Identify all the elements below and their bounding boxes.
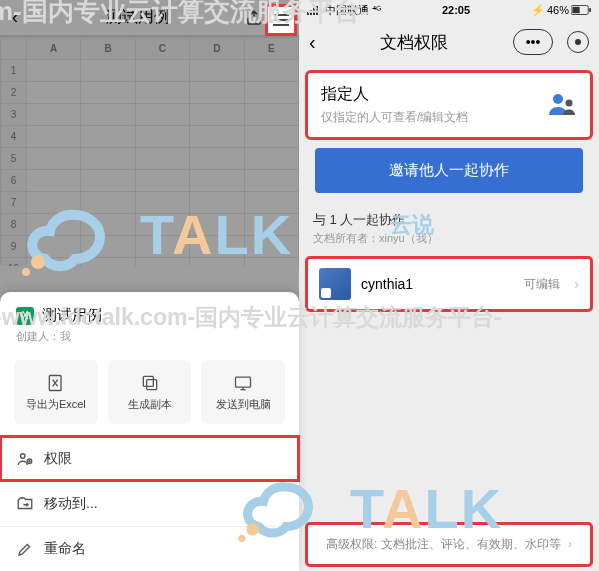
back-icon[interactable]: ‹ — [309, 31, 316, 54]
svg-point-9 — [21, 454, 26, 459]
move-row[interactable]: 移动到... — [0, 481, 299, 526]
more-button[interactable]: ••• — [513, 29, 553, 55]
advanced-label: 高级权限: 文档批注、评论、有效期、水印等 — [326, 537, 561, 551]
action-sheet: X 测试用例 创建人：我 导出为Excel 生成副本 — [0, 292, 299, 571]
panel-subtitle: 创建人：我 — [16, 329, 283, 344]
specified-title: 指定人 — [321, 84, 577, 105]
nav-title: 文档权限 — [316, 31, 513, 54]
sheet-header: ‹ 测试用例 — [0, 0, 299, 36]
chevron-right-icon: › — [568, 537, 572, 551]
invite-button[interactable]: 邀请他人一起协作 — [315, 148, 583, 193]
avatar — [319, 268, 351, 300]
svg-rect-6 — [236, 377, 251, 387]
invite-label: 邀请他人一起协作 — [389, 161, 509, 178]
spreadsheet-grid[interactable]: ABCDE 1 2 3 4 5 6 7 8 9 10 11 12 — [0, 36, 299, 266]
status-bar: 中国联通 ⁴ᴳ 22:05 ⚡ 46% — [299, 0, 599, 20]
permission-icon — [16, 450, 34, 468]
chevron-right-icon: › — [574, 276, 579, 292]
share-icon[interactable] — [245, 9, 263, 27]
excel-icon: X — [16, 307, 34, 325]
menu-icon — [272, 12, 290, 28]
move-label: 移动到... — [44, 495, 98, 513]
collab-section-header: 与 1 人一起协作 文档所有者：xinyu（我） — [299, 203, 599, 254]
rename-label: 重命名 — [44, 540, 86, 558]
nav-bar: ‹ 文档权限 ••• — [299, 20, 599, 64]
signal-icon — [307, 5, 321, 15]
menu-button-highlight[interactable] — [267, 6, 295, 34]
network-label: ⁴ᴳ — [372, 4, 381, 17]
back-icon[interactable]: ‹ — [0, 7, 30, 28]
time-label: 22:05 — [381, 4, 531, 16]
svg-rect-16 — [572, 7, 579, 13]
copy-icon — [140, 373, 160, 393]
target-button[interactable] — [567, 31, 589, 53]
sheet-title: 测试用例 — [30, 7, 245, 28]
monitor-icon — [233, 373, 253, 393]
specified-people-card[interactable]: 指定人 仅指定的人可查看/编辑文档 — [307, 72, 591, 138]
export-excel-button[interactable]: 导出为Excel — [14, 360, 98, 424]
specified-subtitle: 仅指定的人可查看/编辑文档 — [321, 109, 577, 126]
permission-row[interactable]: 权限 — [0, 436, 299, 481]
collab-count: 与 1 人一起协作 — [313, 211, 585, 229]
svg-point-18 — [553, 94, 563, 104]
battery-icon — [571, 5, 591, 15]
owner-label: 文档所有者：xinyu（我） — [313, 231, 585, 246]
svg-rect-12 — [310, 10, 312, 15]
collaborator-name: cynthia1 — [361, 276, 514, 292]
excel-export-icon — [46, 373, 66, 393]
permission-label: 权限 — [44, 450, 72, 468]
svg-rect-13 — [313, 8, 315, 15]
svg-rect-4 — [146, 379, 156, 389]
make-copy-button[interactable]: 生成副本 — [108, 360, 192, 424]
svg-rect-17 — [589, 8, 591, 12]
folder-move-icon — [16, 495, 34, 513]
svg-rect-11 — [307, 12, 309, 15]
svg-rect-5 — [143, 376, 153, 386]
send-to-pc-button[interactable]: 发送到电脑 — [201, 360, 285, 424]
svg-rect-14 — [316, 6, 318, 15]
battery-label: 46% — [547, 4, 569, 16]
carrier-label: 中国联通 — [325, 3, 369, 18]
people-icon — [547, 90, 577, 116]
panel-title: 测试用例 — [42, 306, 102, 325]
collaborator-permission: 可编辑 — [524, 276, 560, 293]
collaborator-row[interactable]: cynthia1 可编辑 › — [307, 258, 591, 310]
advanced-permissions-row[interactable]: 高级权限: 文档批注、评论、有效期、水印等 › — [307, 524, 591, 565]
svg-point-19 — [566, 100, 573, 107]
rename-row[interactable]: 重命名 — [0, 526, 299, 571]
pencil-icon — [16, 540, 34, 558]
